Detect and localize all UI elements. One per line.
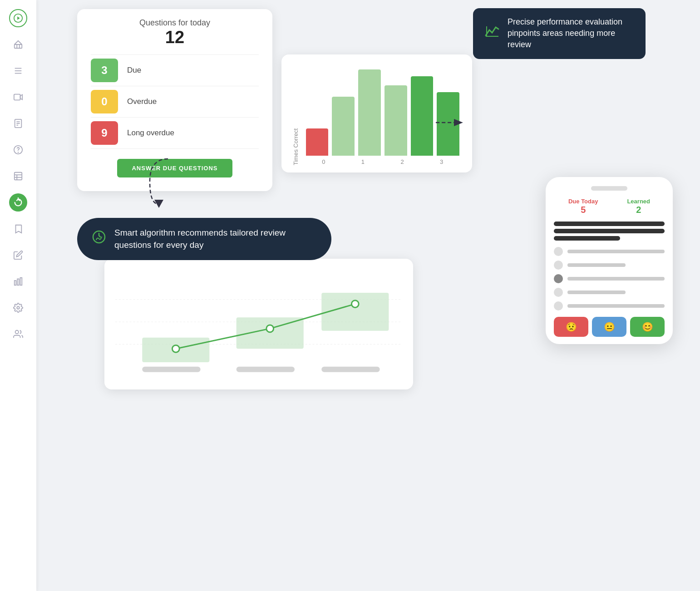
mobile-stats: Due Today 5 Learned 2 [554,198,665,215]
mobile-card: Due Today 5 Learned 2 [546,177,673,344]
due-today-label: Due Today [568,198,598,205]
svg-rect-33 [321,293,389,331]
main-content: Questions for today 12 3 Due 0 Overdue 9… [36,0,700,591]
bars-x-labels: 0 1 2 3 [304,156,461,165]
line-dot-1 [172,345,179,352]
callout-performance: Precise performance evaluation pinpoints… [473,8,646,59]
callout-algorithm: Smart algorithm recommends tailored revi… [77,218,331,260]
svg-rect-35 [237,367,295,372]
performance-icon [484,23,500,44]
bar-3 [385,85,407,156]
sidebar-item-question[interactable] [9,141,27,159]
item-dot-5 [554,301,563,310]
due-today-count: 5 [568,205,598,215]
svg-point-21 [17,306,20,309]
due-label: Due [127,66,141,75]
item-line-4 [567,291,626,294]
svg-marker-1 [17,16,20,20]
mobile-item-3 [554,274,665,283]
questions-row-overdue: 0 Overdue [91,86,259,117]
svg-marker-26 [454,119,463,126]
mobile-item-2 [554,261,665,270]
sidebar-item-doc[interactable] [9,114,27,133]
overdue-label: Overdue [127,97,157,106]
svg-point-22 [15,330,19,334]
emoji-bad-button[interactable]: 😟 [554,317,588,337]
learned-count: 2 [627,205,650,215]
sidebar-item-table[interactable] [9,167,27,185]
svg-rect-34 [142,367,200,372]
svg-rect-20 [20,278,22,286]
dashed-arrow-left [141,154,177,209]
sidebar-item-bookmark[interactable] [9,220,27,238]
long-overdue-badge: 9 [91,121,118,145]
item-dot-1 [554,247,563,256]
line-chart-card [104,259,413,389]
line-chart-svg [115,270,402,379]
long-overdue-label: Long overdue [127,128,174,138]
algorithm-icon [92,230,106,248]
bar-2 [358,69,381,156]
sidebar-item-edit[interactable] [9,246,27,264]
item-dot-2 [554,261,563,270]
mobile-items [554,247,665,310]
questions-rows: 3 Due 0 Overdue 9 Long overdue [91,54,259,149]
svg-rect-2 [15,44,22,48]
svg-rect-14 [15,172,22,180]
mobile-notch [591,186,627,191]
mobile-item-4 [554,288,665,297]
item-dot-3 [554,274,563,283]
x-label-2: 2 [391,158,413,165]
svg-rect-18 [15,281,16,285]
sidebar-item-settings[interactable] [9,299,27,317]
bar-chart-y-label: Times Correct [292,74,300,165]
mobile-emoji-buttons: 😟 😐 😊 [554,317,665,337]
callout-performance-text: Precise performance evaluation pinpoints… [508,16,635,51]
questions-card-count: 12 [91,28,259,47]
dashed-arrow-right [431,109,468,136]
line-dot-3 [351,300,359,308]
bar-4 [411,76,434,156]
item-line-5 [567,304,665,308]
bar-1 [332,97,355,156]
mobile-item-1 [554,247,665,256]
svg-marker-25 [154,200,163,208]
due-badge: 3 [91,59,118,82]
svg-rect-36 [321,367,380,372]
bar-0 [306,128,329,156]
item-line-3 [567,277,665,281]
item-line-1 [567,250,665,253]
mobile-text-lines [554,222,665,241]
emoji-neutral-button[interactable]: 😐 [592,317,626,337]
sidebar-item-review[interactable] [9,193,27,212]
item-dot-4 [554,288,563,297]
sidebar-item-home[interactable] [9,35,27,54]
item-line-2 [567,263,626,267]
svg-marker-7 [20,95,23,100]
sidebar-item-list[interactable] [9,62,27,80]
text-line-3 [554,236,620,241]
svg-point-13 [18,152,19,153]
sidebar [0,0,36,591]
svg-rect-6 [14,94,20,100]
x-label-0: 0 [313,158,335,165]
sidebar-item-users[interactable] [9,325,27,343]
emoji-good-button[interactable]: 😊 [630,317,665,337]
learned-label: Learned [627,198,650,205]
svg-rect-19 [17,279,19,286]
questions-card-title: Questions for today [91,18,259,28]
callout-algorithm-text: Smart algorithm recommends tailored revi… [114,227,317,251]
mobile-item-5 [554,301,665,310]
questions-row-due: 3 Due [91,54,259,86]
x-label-3: 3 [431,158,453,165]
overdue-badge: 0 [91,90,118,113]
sidebar-item-play[interactable] [9,9,27,27]
questions-row-long-overdue: 9 Long overdue [91,117,259,149]
text-line-1 [554,222,665,226]
text-line-2 [554,229,665,233]
sidebar-item-video[interactable] [9,88,27,106]
line-dot-2 [266,325,274,332]
sidebar-item-chart[interactable] [9,272,27,291]
x-label-1: 1 [352,158,374,165]
